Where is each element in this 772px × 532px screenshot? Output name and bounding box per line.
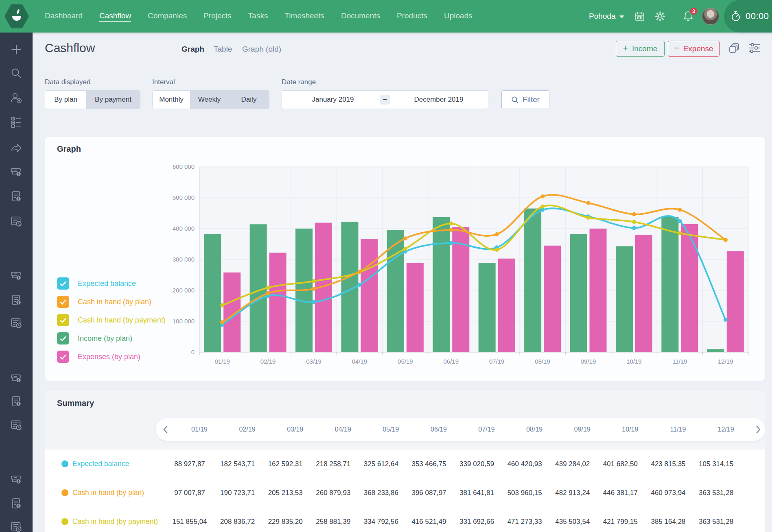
row-value: 218 258,71 — [316, 449, 350, 478]
months-next-button[interactable] — [755, 425, 761, 434]
left-sidebar — [0, 33, 33, 532]
option-by-payment[interactable]: By payment — [86, 91, 140, 109]
svg-text:01/19: 01/19 — [214, 358, 230, 365]
display-settings-icon[interactable] — [748, 41, 761, 55]
svg-text:600 000: 600 000 — [173, 163, 195, 170]
cash-alert-icon[interactable] — [10, 371, 23, 384]
invoice-alert-icon[interactable] — [10, 190, 23, 203]
date-to-input[interactable]: December 2019 — [400, 91, 477, 109]
top-navbar: DashboardCashflowCompaniesProjectsTasksT… — [0, 0, 772, 33]
nav-item-cashflow[interactable]: Cashflow — [99, 11, 131, 22]
row-value: 325 612,64 — [364, 449, 398, 478]
row-value: 385 164,28 — [651, 507, 685, 532]
cash-alert-icon[interactable] — [10, 473, 23, 486]
row-value: 381 641,81 — [459, 478, 494, 507]
row-value: 339 020,59 — [459, 449, 494, 478]
notifications-bell[interactable]: 3 — [682, 10, 694, 22]
row-value: 421 799,15 — [603, 507, 638, 532]
summary-month-03-19: 03/19 — [287, 418, 303, 441]
add-expense-button[interactable]: − Expense — [668, 41, 720, 57]
copy-stack-icon[interactable] — [728, 41, 741, 55]
svg-text:02/19: 02/19 — [260, 358, 276, 365]
tab-graph-old[interactable]: Graph (old) — [242, 45, 281, 54]
add-income-button[interactable]: + Income — [616, 41, 665, 57]
tab-table[interactable]: Table — [214, 45, 232, 54]
summary-month-10-19: 10/19 — [622, 418, 638, 441]
nav-item-timesheets[interactable]: Timesheets — [284, 11, 324, 21]
row-value: 363 531,28 — [699, 507, 733, 532]
row-value: 353 466,75 — [411, 449, 446, 478]
summary-month-09-19: 09/19 — [574, 418, 590, 441]
row-value: 363 531,28 — [699, 478, 733, 507]
nav-item-products[interactable]: Products — [397, 11, 427, 21]
data-displayed-label: Data displayed — [45, 78, 90, 86]
option-by-plan[interactable]: By plan — [45, 91, 86, 109]
row-label[interactable]: Cash in hand (by plan) — [72, 478, 144, 507]
graph-card: Graph Expected balanceCash in hand (by p… — [45, 137, 765, 381]
document-clock-icon[interactable] — [10, 215, 23, 228]
nav-item-tasks[interactable]: Tasks — [248, 11, 268, 21]
document-clock-icon[interactable] — [10, 316, 23, 329]
time-tracker[interactable]: 00:00 — [724, 0, 772, 33]
page-title: Cashflow — [45, 41, 95, 55]
person-add-icon[interactable] — [10, 92, 23, 105]
nav-item-companies[interactable]: Companies — [148, 11, 187, 21]
svg-text:09/19: 09/19 — [581, 358, 596, 365]
app-logo[interactable] — [4, 3, 30, 29]
plus-icon[interactable] — [10, 43, 23, 56]
svg-text:06/19: 06/19 — [444, 358, 459, 365]
workspace-switcher[interactable]: Pohoda — [589, 0, 624, 33]
nav-item-uploads[interactable]: Uploads — [444, 11, 472, 21]
summary-card: Summary 01/1902/1903/1904/1905/1906/1907… — [45, 391, 765, 532]
nav-item-dashboard[interactable]: Dashboard — [45, 11, 83, 21]
months-prev-button[interactable] — [162, 425, 169, 434]
svg-text:0: 0 — [191, 349, 195, 355]
nav-menu: DashboardCashflowCompaniesProjectsTasksT… — [45, 0, 472, 33]
gear-icon[interactable] — [654, 11, 666, 22]
svg-text:100 000: 100 000 — [173, 318, 195, 325]
nav-item-projects[interactable]: Projects — [203, 11, 232, 21]
row-label[interactable]: Expected balance — [72, 449, 129, 478]
row-value: 162 592,31 — [268, 449, 303, 478]
cash-alert-icon[interactable] — [10, 269, 23, 282]
user-avatar[interactable] — [702, 8, 719, 25]
svg-text:04/19: 04/19 — [352, 358, 367, 365]
invoice-alert-icon[interactable] — [10, 497, 23, 510]
row-value: 258 881,39 — [316, 507, 350, 532]
checklist-icon[interactable] — [10, 116, 23, 129]
calendar-icon[interactable] — [634, 11, 645, 22]
document-clock-icon[interactable] — [10, 520, 23, 532]
svg-text:11/19: 11/19 — [672, 358, 687, 365]
invoice-alert-icon[interactable] — [10, 395, 23, 408]
row-value: 151 855,04 — [172, 507, 207, 532]
date-from-input[interactable]: January 2019 — [294, 91, 372, 109]
chevron-down-icon — [619, 15, 624, 18]
row-value: 208 836,72 — [220, 507, 255, 532]
row-bullet — [61, 489, 68, 496]
cash-alert-icon[interactable] — [10, 165, 23, 178]
timer-value: 00:00 — [746, 11, 769, 22]
filter-button[interactable]: Filter — [501, 90, 549, 109]
row-value: 105 314,15 — [699, 449, 733, 478]
search-icon[interactable] — [10, 67, 23, 80]
svg-text:08/19: 08/19 — [535, 358, 550, 365]
option-daily[interactable]: Daily — [229, 91, 269, 109]
option-monthly[interactable]: Monthly — [153, 91, 190, 109]
summary-month-06-19: 06/19 — [431, 418, 447, 441]
forward-check-icon[interactable] — [10, 140, 23, 153]
row-value: 88 927,87 — [174, 449, 205, 478]
document-clock-icon[interactable] — [10, 419, 23, 432]
svg-text:200 000: 200 000 — [173, 287, 195, 294]
row-value: 182 543,71 — [220, 449, 255, 478]
summary-row-expected-balance: Expected balance88 927,87182 543,71162 5… — [45, 449, 765, 478]
invoice-alert-icon[interactable] — [10, 294, 23, 307]
date-range-picker: January 2019 – December 2019 — [282, 90, 488, 109]
option-weekly[interactable]: Weekly — [190, 91, 229, 109]
data-displayed-toggle: By plan By payment — [45, 90, 140, 109]
nav-item-documents[interactable]: Documents — [341, 11, 380, 21]
row-value: 471 273,33 — [507, 507, 542, 532]
summary-month-02-19: 02/19 — [239, 418, 256, 441]
summary-month-08-19: 08/19 — [526, 418, 542, 441]
row-label[interactable]: Cash in hand (by payment) — [72, 507, 158, 532]
tab-graph[interactable]: Graph — [182, 45, 204, 54]
